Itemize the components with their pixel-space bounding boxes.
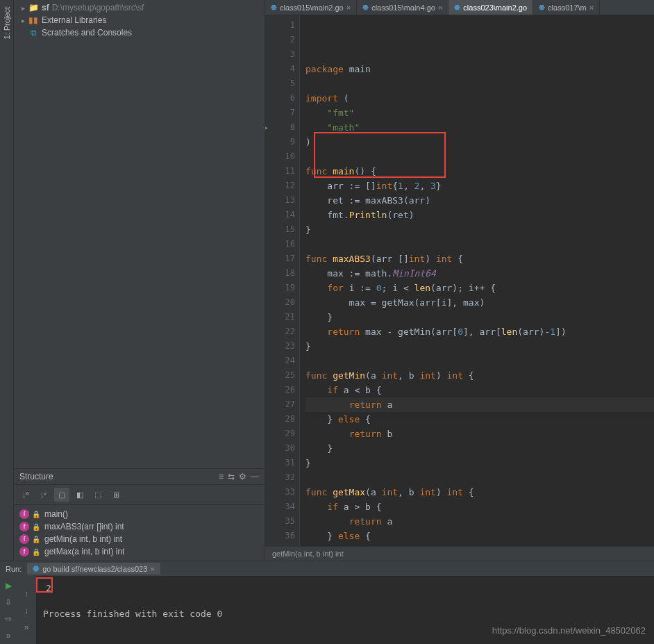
code-line[interactable]: [305, 76, 654, 91]
go-file-icon: ⬣: [271, 3, 277, 11]
code-line[interactable]: "fmt": [305, 106, 654, 120]
watermark: https://blog.csdn.net/weixin_48502062: [492, 625, 646, 636]
code-line[interactable]: max = getMax(arr[i], max): [305, 295, 654, 310]
editor-tab[interactable]: ⬣class017\m×: [533, 0, 600, 15]
structure-item[interactable]: f🔒maxABS3(arr []int) int: [19, 520, 259, 533]
function-badge-icon: f: [19, 547, 29, 556]
lock-icon: 🔒: [32, 511, 40, 518]
code-line[interactable]: return b: [305, 427, 654, 441]
sort-visibility-icon[interactable]: ↓ᵛ: [36, 488, 51, 502]
code-line[interactable]: fmt.Println(ret): [305, 208, 654, 222]
code-line[interactable]: [305, 237, 654, 251]
run-gutter-icon[interactable]: ▶: [265, 120, 268, 135]
code-line[interactable]: ret := maxABS3(arr): [305, 193, 654, 208]
sort-icon[interactable]: ≡: [219, 472, 224, 481]
structure-item[interactable]: f🔒main(): [19, 508, 259, 520]
close-icon[interactable]: ×: [589, 3, 594, 12]
run-label: Run:: [6, 565, 22, 573]
code-line[interactable]: ): [305, 135, 654, 149]
structure-item[interactable]: f🔒getMin(a int, b int) int: [19, 533, 259, 545]
code-line[interactable]: max := math.MinInt64: [305, 266, 654, 281]
editor-tab[interactable]: ⬣class023\main2.go: [448, 0, 533, 15]
scratch-icon: ⧉: [28, 28, 39, 38]
structure-item[interactable]: f🔒getMax(a int, b int) int: [19, 545, 259, 558]
lock-icon: 🔒: [32, 523, 40, 531]
code-line[interactable]: func getMax(a int, b int) int {: [305, 485, 654, 499]
exit-icon[interactable]: ⇨: [1, 612, 15, 626]
left-tool-strip: 1: Project: [0, 0, 14, 561]
scratches-consoles[interactable]: ⧉ Scratches and Consoles: [17, 26, 262, 39]
gear-icon[interactable]: ⚙: [239, 472, 246, 481]
code-line[interactable]: func maxABS3(arr []int) int {: [305, 251, 654, 266]
expand-icon[interactable]: ⊞: [108, 488, 124, 502]
code-line[interactable]: return a: [305, 397, 654, 412]
up-icon[interactable]: ↑: [19, 587, 33, 601]
editor-tab[interactable]: ⬣class015\main2.go×: [265, 0, 357, 15]
go-file-icon: ⬣: [454, 3, 460, 11]
function-badge-icon: f: [19, 522, 29, 531]
code-line[interactable]: return max - getMin(arr[0], arr[len(arr)…: [305, 324, 654, 339]
gutter[interactable]: 12345678▶9101112131415161718192021222324…: [265, 15, 300, 546]
code-line[interactable]: }: [305, 222, 654, 237]
editor-tab[interactable]: ⬣class015\main4.go×: [357, 0, 448, 15]
chevron-right-icon: ▸: [18, 4, 28, 12]
code-line[interactable]: import (: [305, 91, 654, 106]
show-inherited-icon[interactable]: ◧: [72, 488, 87, 502]
code-line[interactable]: return b: [305, 543, 654, 546]
breadcrumb[interactable]: getMin(a int, b int) int: [265, 546, 654, 561]
code-line[interactable]: }: [305, 441, 654, 456]
output-line: 2: [43, 581, 647, 595]
structure-item-label: getMax(a int, b int) int: [44, 547, 124, 556]
run-config-label: go build sf/newclass2/class023: [42, 565, 147, 573]
project-root[interactable]: ▸ 📁 sf D:\mysetup\gopath\src\sf: [17, 1, 262, 14]
code-line[interactable]: }: [305, 339, 654, 354]
structure-toolbar: ↓ᴬ ↓ᵛ ▢ ◧ ⬚ ⊞: [14, 485, 265, 505]
code-line[interactable]: func main() {: [305, 164, 654, 179]
structure-title: Structure: [19, 472, 53, 481]
filter-icon[interactable]: ⇆: [228, 472, 235, 481]
project-tool-button[interactable]: 1: Project: [3, 7, 11, 39]
external-libraries[interactable]: ▸ ▮▮ External Libraries: [17, 14, 262, 26]
lock-icon: 🔒: [32, 548, 40, 556]
exit-message: Process finished with exit code 0: [43, 609, 647, 619]
function-badge-icon: f: [19, 534, 29, 544]
structure-header: Structure ≡ ⇆ ⚙ —: [14, 468, 265, 485]
code-line[interactable]: return a: [305, 514, 654, 529]
code-line[interactable]: package main: [305, 62, 654, 76]
down-icon[interactable]: ↓: [19, 604, 33, 618]
code-line[interactable]: [305, 149, 654, 164]
tab-label: class017\m: [548, 3, 587, 12]
structure-item-label: maxABS3(arr []int) int: [44, 522, 124, 531]
code-line[interactable]: "math": [305, 120, 654, 135]
code-editor[interactable]: package mainimport ( "fmt" "math")func m…: [300, 15, 654, 546]
stop-icon[interactable]: ⇩: [1, 595, 15, 609]
code-line[interactable]: if a < b {: [305, 383, 654, 397]
project-tree: ▸ 📁 sf D:\mysetup\gopath\src\sf ▸ ▮▮ Ext…: [14, 0, 265, 40]
code-line[interactable]: } else {: [305, 529, 654, 543]
rerun-icon[interactable]: ▶: [1, 579, 15, 593]
code-line[interactable]: [305, 470, 654, 485]
code-line[interactable]: [305, 354, 654, 368]
close-icon[interactable]: ×: [346, 3, 351, 12]
tab-label: class015\main4.go: [371, 3, 435, 12]
run-config-tab[interactable]: ⬣ go build sf/newclass2/class023 ×: [27, 563, 160, 575]
structure-list: f🔒main()f🔒maxABS3(arr []int) intf🔒getMin…: [14, 505, 265, 561]
code-line[interactable]: }: [305, 456, 654, 470]
close-icon[interactable]: ×: [438, 3, 442, 12]
more-icon[interactable]: »: [1, 629, 15, 643]
code-line[interactable]: arr := []int{1, 2, 3}: [305, 179, 654, 193]
close-icon[interactable]: ×: [150, 565, 154, 573]
autoscroll-icon[interactable]: ⬚: [90, 488, 106, 502]
more2-icon[interactable]: »: [19, 620, 33, 634]
code-line[interactable]: }: [305, 310, 654, 324]
chevron-right-icon: ▸: [18, 17, 28, 24]
tab-label: class023\main2.go: [463, 3, 527, 12]
sort-alpha-icon[interactable]: ↓ᴬ: [18, 488, 33, 502]
code-line[interactable]: func getMin(a int, b int) int {: [305, 368, 654, 383]
run-toolbar: ▶ ⇩ ⇨ » ↑ ↓ »: [0, 576, 36, 644]
minimize-icon[interactable]: —: [251, 472, 259, 481]
show-fields-icon[interactable]: ▢: [54, 488, 69, 502]
code-line[interactable]: } else {: [305, 412, 654, 427]
code-line[interactable]: for i := 0; i < len(arr); i++ {: [305, 281, 654, 295]
code-line[interactable]: if a > b {: [305, 499, 654, 514]
